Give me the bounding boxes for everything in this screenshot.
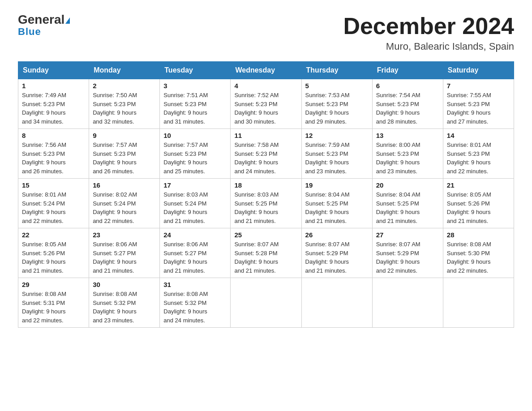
calendar-cell: 19Sunrise: 8:04 AMSunset: 5:25 PMDayligh… bbox=[301, 179, 372, 228]
day-info: Sunrise: 8:00 AMSunset: 5:23 PMDaylight:… bbox=[376, 141, 439, 176]
day-number: 31 bbox=[163, 281, 227, 288]
day-info: Sunrise: 7:49 AMSunset: 5:23 PMDaylight:… bbox=[22, 91, 85, 126]
calendar-cell: 4Sunrise: 7:52 AMSunset: 5:23 PMDaylight… bbox=[231, 79, 301, 129]
day-info: Sunrise: 7:57 AMSunset: 5:23 PMDaylight:… bbox=[163, 141, 227, 176]
day-number: 9 bbox=[93, 132, 156, 139]
day-number: 6 bbox=[376, 82, 439, 90]
calendar-cell: 29Sunrise: 8:08 AMSunset: 5:31 PMDayligh… bbox=[18, 278, 89, 328]
weekday-header-friday: Friday bbox=[372, 62, 443, 79]
day-info: Sunrise: 8:08 AMSunset: 5:30 PMDaylight:… bbox=[447, 240, 510, 275]
day-number: 16 bbox=[93, 181, 156, 189]
title-section: December 2024 Muro, Balearic Islands, Sp… bbox=[343, 13, 514, 52]
calendar-cell: 26Sunrise: 8:07 AMSunset: 5:29 PMDayligh… bbox=[301, 228, 372, 278]
day-number: 2 bbox=[93, 82, 156, 90]
day-info: Sunrise: 8:05 AMSunset: 5:26 PMDaylight:… bbox=[22, 240, 85, 275]
day-info: Sunrise: 8:08 AMSunset: 5:32 PMDaylight:… bbox=[163, 290, 227, 325]
calendar-cell: 20Sunrise: 8:04 AMSunset: 5:25 PMDayligh… bbox=[372, 179, 443, 228]
day-number: 13 bbox=[376, 132, 439, 139]
calendar-cell: 16Sunrise: 8:02 AMSunset: 5:24 PMDayligh… bbox=[89, 179, 160, 228]
logo: General Blue bbox=[18, 13, 70, 38]
calendar-cell: 23Sunrise: 8:06 AMSunset: 5:27 PMDayligh… bbox=[89, 228, 160, 278]
day-info: Sunrise: 8:01 AMSunset: 5:23 PMDaylight:… bbox=[447, 141, 510, 176]
calendar-week-3: 15Sunrise: 8:01 AMSunset: 5:24 PMDayligh… bbox=[18, 179, 514, 228]
day-number: 10 bbox=[163, 132, 227, 139]
location: Muro, Balearic Islands, Spain bbox=[343, 41, 514, 52]
calendar-cell: 3Sunrise: 7:51 AMSunset: 5:23 PMDaylight… bbox=[160, 79, 231, 129]
calendar-cell: 18Sunrise: 8:03 AMSunset: 5:25 PMDayligh… bbox=[231, 179, 301, 228]
day-info: Sunrise: 8:05 AMSunset: 5:26 PMDaylight:… bbox=[447, 190, 510, 225]
calendar-cell: 9Sunrise: 7:57 AMSunset: 5:23 PMDaylight… bbox=[89, 129, 160, 179]
day-info: Sunrise: 8:06 AMSunset: 5:27 PMDaylight:… bbox=[163, 240, 227, 275]
calendar-cell: 2Sunrise: 7:50 AMSunset: 5:23 PMDaylight… bbox=[89, 79, 160, 129]
calendar-cell bbox=[231, 278, 301, 328]
calendar-cell: 15Sunrise: 8:01 AMSunset: 5:24 PMDayligh… bbox=[18, 179, 89, 228]
day-info: Sunrise: 7:57 AMSunset: 5:23 PMDaylight:… bbox=[93, 141, 156, 176]
day-info: Sunrise: 7:55 AMSunset: 5:23 PMDaylight:… bbox=[447, 91, 510, 126]
day-number: 23 bbox=[93, 231, 156, 239]
logo-triangle-icon bbox=[65, 17, 70, 24]
calendar-week-2: 8Sunrise: 7:56 AMSunset: 5:23 PMDaylight… bbox=[18, 129, 514, 179]
day-info: Sunrise: 8:04 AMSunset: 5:25 PMDaylight:… bbox=[376, 190, 439, 225]
day-info: Sunrise: 8:07 AMSunset: 5:28 PMDaylight:… bbox=[234, 240, 297, 275]
page-header: General Blue December 2024 Muro, Baleari… bbox=[18, 13, 514, 52]
day-number: 28 bbox=[447, 231, 510, 239]
calendar-week-1: 1Sunrise: 7:49 AMSunset: 5:23 PMDaylight… bbox=[18, 79, 514, 129]
day-info: Sunrise: 8:03 AMSunset: 5:24 PMDaylight:… bbox=[163, 190, 227, 225]
calendar-cell bbox=[443, 278, 514, 328]
weekday-header-row: SundayMondayTuesdayWednesdayThursdayFrid… bbox=[18, 62, 514, 79]
calendar-cell bbox=[372, 278, 443, 328]
day-info: Sunrise: 7:50 AMSunset: 5:23 PMDaylight:… bbox=[93, 91, 156, 126]
day-info: Sunrise: 7:59 AMSunset: 5:23 PMDaylight:… bbox=[305, 141, 369, 176]
weekday-header-monday: Monday bbox=[89, 62, 160, 79]
day-number: 22 bbox=[22, 231, 85, 239]
day-number: 7 bbox=[447, 82, 510, 90]
calendar-week-5: 29Sunrise: 8:08 AMSunset: 5:31 PMDayligh… bbox=[18, 278, 514, 328]
day-number: 17 bbox=[163, 181, 227, 189]
calendar-cell: 21Sunrise: 8:05 AMSunset: 5:26 PMDayligh… bbox=[443, 179, 514, 228]
day-number: 8 bbox=[22, 132, 85, 139]
weekday-header-sunday: Sunday bbox=[18, 62, 89, 79]
calendar-cell: 27Sunrise: 8:07 AMSunset: 5:29 PMDayligh… bbox=[372, 228, 443, 278]
day-info: Sunrise: 7:56 AMSunset: 5:23 PMDaylight:… bbox=[22, 141, 85, 176]
day-number: 18 bbox=[234, 181, 297, 189]
day-number: 27 bbox=[376, 231, 439, 239]
day-info: Sunrise: 8:01 AMSunset: 5:24 PMDaylight:… bbox=[22, 190, 85, 225]
calendar-table: SundayMondayTuesdayWednesdayThursdayFrid… bbox=[18, 61, 514, 328]
day-number: 20 bbox=[376, 181, 439, 189]
calendar-cell: 13Sunrise: 8:00 AMSunset: 5:23 PMDayligh… bbox=[372, 129, 443, 179]
logo-blue: Blue bbox=[18, 26, 41, 38]
day-number: 3 bbox=[163, 82, 227, 90]
calendar-cell: 1Sunrise: 7:49 AMSunset: 5:23 PMDaylight… bbox=[18, 79, 89, 129]
day-info: Sunrise: 8:08 AMSunset: 5:32 PMDaylight:… bbox=[93, 290, 156, 325]
day-number: 1 bbox=[22, 82, 85, 90]
day-number: 29 bbox=[22, 281, 85, 288]
day-info: Sunrise: 7:52 AMSunset: 5:23 PMDaylight:… bbox=[234, 91, 297, 126]
calendar-cell: 31Sunrise: 8:08 AMSunset: 5:32 PMDayligh… bbox=[160, 278, 231, 328]
calendar-cell bbox=[301, 278, 372, 328]
day-info: Sunrise: 8:03 AMSunset: 5:25 PMDaylight:… bbox=[234, 190, 297, 225]
weekday-header-wednesday: Wednesday bbox=[231, 62, 301, 79]
day-number: 5 bbox=[305, 82, 369, 90]
weekday-header-saturday: Saturday bbox=[443, 62, 514, 79]
day-info: Sunrise: 8:08 AMSunset: 5:31 PMDaylight:… bbox=[22, 290, 85, 325]
calendar-cell: 24Sunrise: 8:06 AMSunset: 5:27 PMDayligh… bbox=[160, 228, 231, 278]
day-info: Sunrise: 8:02 AMSunset: 5:24 PMDaylight:… bbox=[93, 190, 156, 225]
day-info: Sunrise: 7:51 AMSunset: 5:23 PMDaylight:… bbox=[163, 91, 227, 126]
weekday-header-tuesday: Tuesday bbox=[160, 62, 231, 79]
day-number: 15 bbox=[22, 181, 85, 189]
calendar-cell: 7Sunrise: 7:55 AMSunset: 5:23 PMDaylight… bbox=[443, 79, 514, 129]
weekday-header-thursday: Thursday bbox=[301, 62, 372, 79]
calendar-cell: 25Sunrise: 8:07 AMSunset: 5:28 PMDayligh… bbox=[231, 228, 301, 278]
logo-general: General bbox=[18, 13, 64, 26]
calendar-cell: 30Sunrise: 8:08 AMSunset: 5:32 PMDayligh… bbox=[89, 278, 160, 328]
calendar-cell: 12Sunrise: 7:59 AMSunset: 5:23 PMDayligh… bbox=[301, 129, 372, 179]
day-number: 21 bbox=[447, 181, 510, 189]
day-number: 19 bbox=[305, 181, 369, 189]
day-info: Sunrise: 8:07 AMSunset: 5:29 PMDaylight:… bbox=[376, 240, 439, 275]
day-number: 25 bbox=[234, 231, 297, 239]
calendar-cell: 14Sunrise: 8:01 AMSunset: 5:23 PMDayligh… bbox=[443, 129, 514, 179]
calendar-week-4: 22Sunrise: 8:05 AMSunset: 5:26 PMDayligh… bbox=[18, 228, 514, 278]
day-number: 11 bbox=[234, 132, 297, 139]
day-number: 30 bbox=[93, 281, 156, 288]
day-info: Sunrise: 7:54 AMSunset: 5:23 PMDaylight:… bbox=[376, 91, 439, 126]
